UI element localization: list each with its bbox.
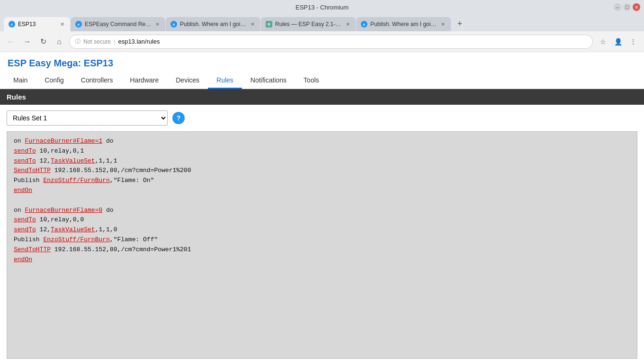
bookmark-button[interactable]: ☆ — [597, 36, 609, 48]
keyword-do-2: do — [106, 207, 114, 214]
window-controls: – ☐ ✕ — [614, 3, 640, 11]
tab-title-5: Publish. Where am I going wro… — [370, 21, 437, 27]
tab-bar: e ESP13 ✕ e ESPEasy Command Reference ✕ … — [0, 14, 644, 31]
param-enzostuff-2: EnzoStuff/FurnBurn — [43, 236, 109, 243]
browser-tab-rules-doc[interactable]: R Rules — ESP Easy 2.1-beta1 do… ✕ — [261, 17, 356, 31]
home-button[interactable]: ⌂ — [53, 36, 65, 48]
help-button[interactable]: ? — [172, 112, 185, 124]
maximize-button[interactable]: ☐ — [623, 3, 631, 11]
menu-button[interactable]: ⋮ — [627, 36, 639, 48]
event-furnaceburner-flame1: FurnaceBurner#Flame=1 — [25, 137, 102, 145]
forward-button[interactable]: → — [21, 36, 33, 48]
keyword-endon-2: endOn — [14, 256, 32, 263]
tab-close-3[interactable]: ✕ — [250, 20, 256, 28]
cmd-sendtohttp-1: SendToHTTP — [14, 167, 51, 174]
tab-close-5[interactable]: ✕ — [440, 20, 446, 28]
new-tab-button[interactable]: + — [453, 17, 466, 30]
tab-main[interactable]: Main — [5, 73, 36, 89]
tab-close-1[interactable]: ✕ — [59, 20, 65, 28]
tab-notifications[interactable]: Notifications — [242, 73, 295, 89]
tab-tools[interactable]: Tools — [295, 73, 328, 89]
tab-favicon-3: e — [170, 21, 177, 27]
not-secure-label: Not secure — [83, 38, 111, 45]
app-header: ESP Easy Mega: ESP13 — [0, 52, 644, 73]
keyword-on-1: on — [14, 137, 21, 145]
browser-tab-publish1[interactable]: e Publish. Where am I going wro… ✕ — [166, 17, 260, 31]
url-bar[interactable]: ⓘ Not secure | esp13.lan/rules — [69, 35, 593, 49]
cmd-sendtohttp-2: SendToHTTP — [14, 246, 51, 253]
tab-favicon-4: R — [266, 21, 272, 27]
browser-tab-publish2[interactable]: e Publish. Where am I going wro… ✕ — [356, 17, 451, 31]
tab-hardware[interactable]: Hardware — [122, 73, 168, 89]
rules-editor[interactable]: on FurnaceBurner#Flame=1 do sendTo 10,re… — [7, 131, 637, 359]
section-header: Rules — [0, 89, 644, 105]
tab-config[interactable]: Config — [36, 73, 72, 89]
section-title: Rules — [7, 93, 26, 101]
window-title: ESP13 - Chromium — [295, 4, 349, 11]
tab-title-3: Publish. Where am I going wro… — [180, 21, 247, 27]
back-button[interactable]: ← — [5, 36, 17, 48]
tab-controllers[interactable]: Controllers — [72, 73, 122, 89]
tab-title-1: ESP13 — [18, 21, 56, 27]
minimize-button[interactable]: – — [614, 3, 621, 11]
tab-title-2: ESPEasy Command Reference — [85, 21, 152, 27]
rules-controls: Rules Set 1 Rules Set 2 Rules Set 3 Rule… — [0, 105, 644, 131]
security-icon: ⓘ — [75, 38, 80, 45]
app-nav-tabs: Main Config Controllers Hardware Devices… — [0, 73, 644, 89]
cmd-publish-1: Publish — [14, 177, 40, 184]
tab-devices[interactable]: Devices — [167, 73, 208, 89]
keyword-do-1: do — [106, 137, 114, 145]
url-separator: | — [114, 38, 115, 45]
page-content: ESP Easy Mega: ESP13 Main Config Control… — [0, 52, 644, 364]
tab-rules[interactable]: Rules — [208, 73, 242, 89]
app-title: ESP Easy Mega: ESP13 — [8, 58, 113, 68]
cmd-publish-2: Publish — [14, 236, 40, 243]
title-bar: ESP13 - Chromium – ☐ ✕ — [0, 0, 644, 14]
browser-tab-esp13[interactable]: e ESP13 ✕ — [4, 17, 70, 31]
cmd-sendto-2: sendTo — [14, 157, 36, 164]
tab-close-4[interactable]: ✕ — [345, 20, 351, 28]
rules-set-select[interactable]: Rules Set 1 Rules Set 2 Rules Set 3 Rule… — [7, 110, 168, 126]
address-bar: ← → ↻ ⌂ ⓘ Not secure | esp13.lan/rules ☆… — [0, 31, 644, 52]
tab-favicon-1: e — [9, 21, 15, 27]
browser-window: ESP13 - Chromium – ☐ ✕ e ESP13 ✕ e ESPEa… — [0, 0, 644, 364]
tab-title-4: Rules — ESP Easy 2.1-beta1 do… — [275, 21, 342, 27]
tab-favicon-2: e — [75, 21, 82, 27]
close-button[interactable]: ✕ — [633, 3, 640, 11]
url-text: esp13.lan/rules — [118, 38, 160, 45]
keyword-endon-1: endOn — [14, 187, 32, 194]
param-taskvalueset-1: TaskValueSet — [51, 157, 95, 164]
cmd-sendto-1: sendTo — [14, 147, 36, 155]
cmd-sendto-3: sendTo — [14, 216, 36, 223]
tab-close-2[interactable]: ✕ — [154, 20, 161, 28]
keyword-on-2: on — [14, 207, 21, 214]
param-taskvalueset-2: TaskValueSet — [51, 226, 95, 233]
reload-button[interactable]: ↻ — [37, 36, 49, 48]
tab-favicon-5: e — [361, 21, 367, 27]
cmd-sendto-4: sendTo — [14, 226, 36, 233]
address-bar-right: ☆ 👤 ⋮ — [597, 36, 639, 48]
browser-tab-espeasy-cmd[interactable]: e ESPEasy Command Reference ✕ — [71, 17, 165, 31]
profile-button[interactable]: 👤 — [612, 36, 624, 48]
param-enzostuff-1: EnzoStuff/FurnBurn — [43, 177, 109, 184]
event-furnaceburner-flame0: FurnaceBurner#Flame=0 — [25, 207, 102, 214]
